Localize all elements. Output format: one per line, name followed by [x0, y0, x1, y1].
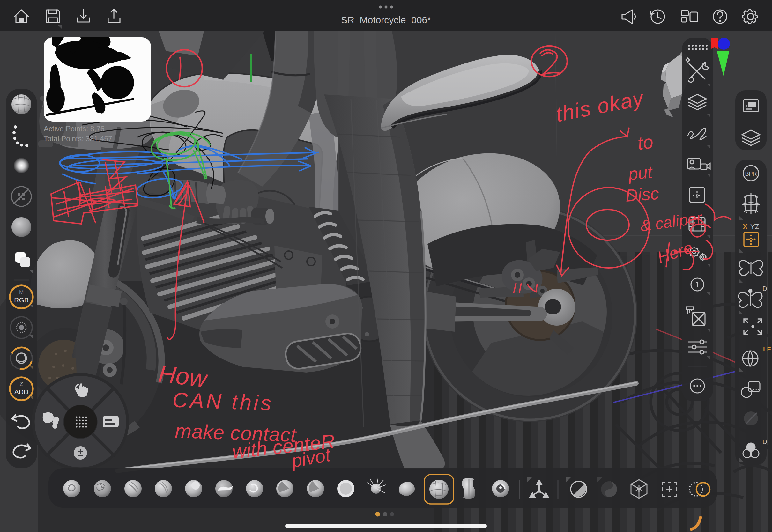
svg-text:1: 1 — [695, 280, 700, 289]
svg-text:ADD: ADD — [14, 388, 28, 395]
svg-text:D: D — [762, 285, 767, 292]
svg-text:Total Points: 381,457: Total Points: 381,457 — [44, 135, 112, 143]
svg-text:LF: LF — [763, 346, 771, 353]
svg-text:SR_Motorcycle_006*: SR_Motorcycle_006* — [341, 15, 431, 25]
svg-text:CAN this: CAN this — [172, 388, 274, 415]
svg-text:Active Points: 8,76: Active Points: 8,76 — [44, 125, 105, 133]
svg-text:BPR: BPR — [745, 171, 757, 177]
svg-text:YZ: YZ — [750, 223, 759, 231]
svg-text:Disc: Disc — [625, 184, 660, 205]
svg-text:RGB: RGB — [14, 296, 29, 304]
svg-text:X: X — [743, 223, 748, 231]
svg-text:M: M — [19, 289, 24, 295]
svg-text:put: put — [627, 162, 654, 184]
svg-text:D: D — [762, 438, 767, 445]
svg-text:to: to — [636, 131, 655, 154]
svg-text:Z: Z — [20, 381, 23, 387]
